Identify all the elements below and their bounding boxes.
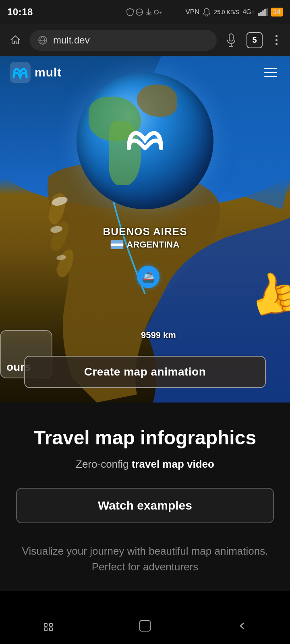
location-marker: BUENOS AIRES ARGENTINA [103,225,187,250]
battery-indicator: 14 [271,8,283,17]
bottom-nav [0,612,290,644]
argentina-flag [111,240,124,249]
nav-overlay: mult [0,56,290,89]
svg-rect-5 [264,9,266,16]
network-type: 4G+ [242,8,255,16]
svg-rect-6 [266,8,268,16]
subtitle-bold: travel map video [132,458,214,470]
watch-examples-button[interactable]: Watch examples [16,488,274,523]
nav-recent-button[interactable] [36,614,60,638]
address-bar[interactable]: mult.dev [30,30,217,51]
logo-area: mult [10,62,62,83]
speed-text: 25.0 KB/S [214,9,239,15]
location-country-row: ARGENTINA [103,239,187,250]
sub-circle: 🚢 [137,266,160,288]
svg-rect-9 [229,34,233,41]
download-icon [145,8,152,16]
subtitle-normal: Zero-config [76,458,132,470]
browser-actions: 5 [222,31,284,49]
hamburger-line-1 [264,68,277,69]
more-options-button[interactable] [269,33,284,47]
home-icon [9,34,21,46]
tabs-button[interactable]: 5 [246,32,263,48]
globe-sphere [77,72,213,209]
svg-point-0 [136,9,143,15]
hamburger-line-2 [264,72,277,73]
helmet-icon [135,8,143,16]
logo-icon [10,62,31,83]
mic-icon [226,33,236,47]
url-text[interactable]: mult.dev [53,35,209,46]
create-map-button[interactable]: Create map animation [24,356,266,388]
shield-icon [126,8,134,16]
visualize-text: Visualize your journey with beautiful ma… [16,543,274,575]
hamburger-line-3 [264,76,277,77]
submarine-marker: 🚢 [137,266,160,288]
notification-icon [203,8,211,17]
distance-label: 9599 km [141,330,176,341]
location-country-name: ARGENTINA [127,239,180,250]
globe-m-logo [121,116,169,164]
status-bar: 10:18 VPN 25.0 KB/S [0,0,290,24]
vpn-label: VPN [185,8,199,16]
svg-rect-18 [44,628,47,631]
status-icons: VPN 25.0 KB/S 4G+ 14 [185,8,283,17]
create-btn-wrap: Create map animation [24,356,266,388]
submarine-emoji: 🚢 [142,271,155,283]
svg-rect-16 [44,623,47,626]
location-city: BUENOS AIRES [103,225,187,238]
browser-bar: mult.dev 5 [0,24,290,56]
svg-rect-17 [50,623,52,626]
home-button[interactable] [6,31,24,49]
content-section: Travel map infographics Zero-config trav… [0,402,290,591]
hero-section: mult BUENOS AIRES ARGENTINA 🚢 9599 km 👍 [0,56,290,402]
back-icon [236,620,248,632]
nav-home-button[interactable] [133,614,157,638]
signal-icon [258,8,268,16]
menu-button[interactable] [263,64,280,81]
subtitle: Zero-config travel map video [16,457,274,471]
svg-rect-20 [140,621,150,631]
key-icon [154,9,164,15]
svg-rect-2 [258,13,260,16]
main-title: Travel map infographics [16,427,274,449]
svg-rect-3 [260,12,262,16]
logo-text: mult [35,66,62,79]
recent-apps-icon [43,620,54,632]
svg-rect-4 [262,10,264,16]
nav-back-button[interactable] [230,614,254,638]
home-nav-icon [138,619,152,633]
status-time: 10:18 [7,6,33,18]
site-icon [37,35,48,46]
svg-rect-19 [50,628,52,631]
svg-point-1 [154,10,158,14]
microphone-button[interactable] [222,31,240,49]
